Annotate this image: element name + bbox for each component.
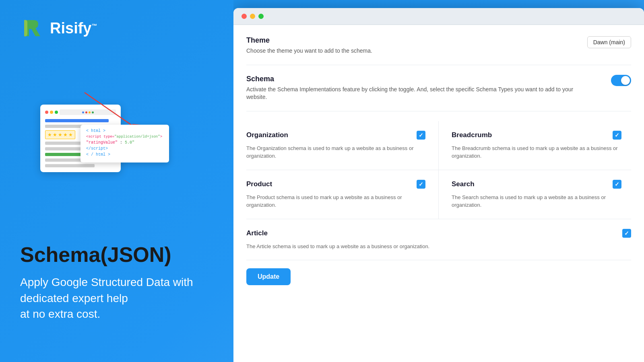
risify-logo-icon bbox=[20, 16, 44, 40]
theme-badge[interactable]: Dawn (main) bbox=[587, 36, 631, 48]
right-panel: Theme Choose the theme you want to add t… bbox=[233, 0, 644, 362]
search-checkbox[interactable] bbox=[613, 180, 621, 189]
titlebar-minimize-dot[interactable] bbox=[250, 14, 255, 19]
breadcrumb-desc: The Breadcrumb schema is used to mark up… bbox=[452, 144, 621, 160]
update-button[interactable]: Update bbox=[246, 268, 291, 285]
titlebar-maximize-dot[interactable] bbox=[258, 14, 264, 19]
toggle-knob bbox=[621, 76, 630, 85]
breadcrumb-title: Breadcrumb bbox=[452, 131, 492, 139]
settings-panel: Theme Choose the theme you want to add t… bbox=[233, 25, 644, 296]
search-desc: The Search schema is used to mark up a w… bbox=[452, 193, 621, 209]
window-content: Theme Choose the theme you want to add t… bbox=[233, 25, 644, 362]
theme-section-title: Theme bbox=[246, 36, 372, 45]
titlebar-close-dot[interactable] bbox=[242, 14, 247, 19]
article-title: Article bbox=[246, 229, 268, 237]
app-window: Theme Choose the theme you want to add t… bbox=[233, 8, 644, 362]
product-desc: The Product schema is used to mark up a … bbox=[246, 193, 425, 209]
logo-area: Risify™ bbox=[20, 16, 213, 40]
schema-item-breadcrumb: Breadcrumb The Breadcrumb schema is used… bbox=[439, 121, 631, 170]
schema-item-organization: Organization The Organization schema is … bbox=[246, 121, 439, 170]
schema-items-grid: Organization The Organization schema is … bbox=[246, 121, 631, 219]
schema-toggle[interactable] bbox=[611, 75, 631, 86]
product-checkbox[interactable] bbox=[417, 180, 425, 189]
product-title: Product bbox=[246, 180, 272, 188]
organization-checkbox[interactable] bbox=[417, 131, 425, 140]
schema-item-product: Product The Product schema is used to ma… bbox=[246, 170, 439, 219]
organization-desc: The Organization schema is used to mark … bbox=[246, 144, 425, 160]
main-copy: Schema(JSON) Apply Google Structured Dat… bbox=[20, 123, 193, 322]
schema-item-search: Search The Search schema is used to mark… bbox=[439, 170, 631, 219]
schema-section: Schema Activate the Schema Implementatio… bbox=[246, 75, 631, 111]
article-section: Article The Article schema is used to ma… bbox=[246, 219, 631, 261]
window-titlebar bbox=[233, 8, 644, 25]
schema-section-title: Schema bbox=[246, 75, 574, 83]
schema-section-desc: Activate the Schema Implementations feat… bbox=[246, 86, 574, 101]
main-title: Schema(JSON) bbox=[20, 243, 193, 266]
logo-text: Risify™ bbox=[50, 20, 97, 37]
article-desc: The Article schema is used to mark up a … bbox=[246, 243, 631, 251]
search-title: Search bbox=[452, 180, 475, 188]
organization-title: Organization bbox=[246, 131, 288, 139]
main-subtitle: Apply Google Structured Data with dedica… bbox=[20, 274, 193, 322]
breadcrumb-checkbox[interactable] bbox=[613, 131, 621, 140]
theme-section: Theme Choose the theme you want to add t… bbox=[246, 36, 631, 65]
article-checkbox[interactable] bbox=[622, 229, 631, 238]
left-panel: Risify™ ★ ★ ★ bbox=[0, 0, 233, 362]
theme-section-desc: Choose the theme you want to add to the … bbox=[246, 47, 372, 55]
